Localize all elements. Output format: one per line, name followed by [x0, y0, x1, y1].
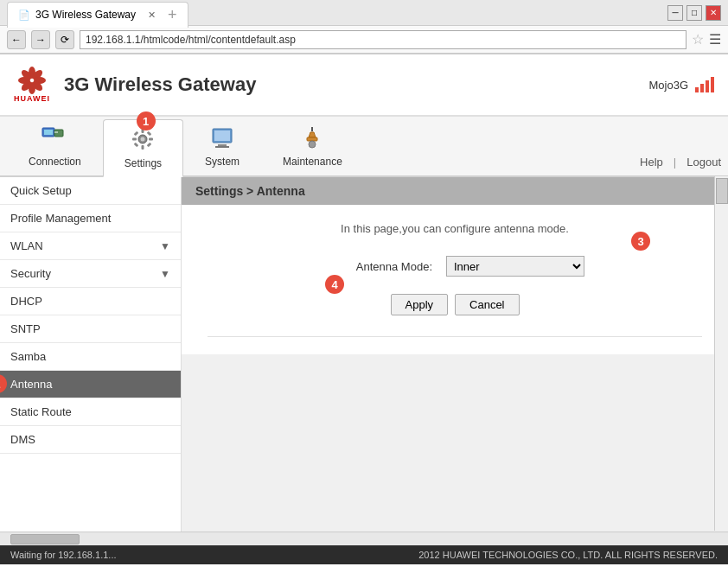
button-row: Apply Cancel 4: [208, 294, 702, 315]
tab-system-label: System: [205, 156, 239, 168]
sidebar-item-antenna[interactable]: Antenna 2: [0, 371, 181, 398]
tab-title: 3G Wireless Gateway: [35, 9, 136, 21]
content-description: In this page,you can configure antenna m…: [208, 222, 702, 235]
content-area: Settings > Antenna In this page,you can …: [182, 177, 728, 532]
menu-icon[interactable]: ☰: [709, 31, 721, 48]
bookmark-icon[interactable]: ☆: [692, 31, 704, 48]
svg-rect-20: [134, 143, 139, 148]
status-left: Waiting for 192.168.1.1...: [10, 550, 117, 560]
cancel-button[interactable]: Cancel: [455, 294, 519, 315]
content-breadcrumb: Settings > Antenna: [182, 177, 728, 205]
sidebar-item-samba[interactable]: Samba: [0, 343, 181, 371]
sidebar-item-profile-management[interactable]: Profile Management: [0, 205, 181, 232]
app-header: HUAWEI 3G Wireless Gateway Mojo3G: [0, 54, 728, 117]
annotation-2: 2: [0, 374, 7, 393]
sidebar-sntp-label: SNTP: [10, 322, 41, 335]
nav-tabs: Connection Settings 1: [0, 117, 728, 177]
sidebar-static-route-label: Static Route: [10, 405, 72, 418]
minimize-button[interactable]: ─: [667, 5, 683, 21]
user-info: Mojo3G: [648, 77, 714, 92]
svg-rect-26: [307, 137, 317, 141]
close-button[interactable]: ✕: [706, 5, 721, 21]
svg-rect-25: [215, 146, 229, 148]
content-body: In this page,you can configure antenna m…: [182, 205, 728, 354]
tab-maintenance-label: Maintenance: [283, 156, 342, 168]
tab-settings-label: Settings: [125, 157, 162, 169]
sidebar-quick-setup-label: Quick Setup: [10, 184, 72, 197]
scrollbar-track[interactable]: [714, 177, 728, 531]
back-button[interactable]: ←: [7, 30, 26, 49]
sidebar-item-dhcp[interactable]: DHCP: [0, 288, 181, 315]
tab-maintenance[interactable]: Maintenance: [261, 118, 364, 175]
app-title: 3G Wireless Gateway: [64, 73, 648, 96]
logout-link[interactable]: Logout: [686, 156, 721, 169]
sidebar-item-wlan[interactable]: WLAN ▼: [0, 232, 181, 260]
settings-icon: [131, 127, 155, 154]
sidebar: Quick Setup Profile Management WLAN ▼ Se…: [0, 177, 182, 532]
sidebar-dhcp-label: DHCP: [10, 295, 42, 308]
svg-rect-17: [149, 138, 153, 141]
maximize-button[interactable]: □: [686, 5, 702, 21]
maintenance-icon: [298, 125, 326, 152]
sidebar-samba-label: Samba: [10, 350, 46, 363]
connection-icon: [41, 123, 68, 152]
tab-close-button[interactable]: ✕: [148, 10, 156, 21]
signal-icon: [695, 77, 714, 92]
sidebar-dms-label: DMS: [10, 433, 35, 446]
svg-rect-10: [54, 130, 63, 137]
nav-actions: Help | Logout: [640, 156, 721, 175]
sidebar-item-static-route[interactable]: Static Route: [0, 398, 181, 426]
apply-button[interactable]: Apply: [391, 294, 449, 315]
sidebar-profile-label: Profile Management: [10, 212, 111, 225]
scrollbar-thumb[interactable]: [716, 178, 728, 204]
status-right: 2012 HUAWEI TECHNOLOGIES CO., LTD. ALL R…: [418, 550, 718, 560]
main-layout: Quick Setup Profile Management WLAN ▼ Se…: [0, 177, 728, 532]
huawei-logo: HUAWEI: [14, 67, 50, 103]
horizontal-scrollbar-thumb[interactable]: [10, 534, 80, 544]
title-bar: 📄 3G Wireless Gateway ✕ + ─ □ ✕: [0, 0, 728, 26]
tab-settings[interactable]: Settings 1: [103, 119, 183, 177]
sidebar-item-dms[interactable]: DMS: [0, 426, 181, 454]
new-tab-area: +: [168, 6, 177, 24]
help-link[interactable]: Help: [640, 156, 663, 169]
reload-button[interactable]: ⟳: [55, 30, 74, 49]
sidebar-item-quick-setup[interactable]: Quick Setup: [0, 177, 181, 205]
svg-rect-21: [147, 143, 152, 148]
svg-rect-16: [132, 138, 137, 141]
tab-system[interactable]: System: [183, 118, 261, 175]
browser-tab[interactable]: 📄 3G Wireless Gateway ✕ +: [7, 2, 188, 28]
svg-rect-15: [142, 145, 144, 150]
sidebar-security-label: Security: [10, 267, 51, 280]
annotation-3: 3: [631, 232, 650, 251]
antenna-mode-row: Antenna Mode: Inner Outer Auto 3: [208, 256, 702, 277]
antenna-mode-label: Antenna Mode:: [325, 260, 446, 273]
url-input[interactable]: [80, 30, 686, 49]
svg-rect-18: [134, 131, 139, 137]
sidebar-item-security[interactable]: Security ▼: [0, 260, 181, 288]
huawei-logo-text: HUAWEI: [14, 94, 50, 103]
svg-point-27: [309, 141, 316, 148]
svg-rect-19: [147, 131, 152, 137]
tab-connection[interactable]: Connection: [7, 115, 103, 175]
antenna-mode-select[interactable]: Inner Outer Auto: [446, 256, 584, 277]
tab-connection-label: Connection: [29, 156, 81, 168]
browser-chrome: 📄 3G Wireless Gateway ✕ + ─ □ ✕ ← → ⟳ ☆ …: [0, 0, 728, 54]
annotation-1: 1: [137, 111, 156, 131]
svg-rect-9: [44, 130, 53, 135]
system-icon: [209, 125, 235, 152]
svg-point-13: [141, 137, 145, 142]
sidebar-antenna-label: Antenna: [10, 378, 52, 391]
username-label: Mojo3G: [648, 79, 688, 92]
svg-rect-23: [214, 131, 230, 141]
annotation-4: 4: [325, 275, 344, 294]
tab-icon: 📄: [18, 10, 30, 21]
horizontal-scrollbar[interactable]: [0, 532, 728, 545]
status-bar: Waiting for 192.168.1.1... 2012 HUAWEI T…: [0, 545, 728, 564]
wlan-arrow-icon: ▼: [160, 240, 170, 252]
sidebar-item-sntp[interactable]: SNTP: [0, 315, 181, 343]
content-divider: [208, 336, 702, 337]
forward-button[interactable]: →: [31, 30, 50, 49]
window-controls: ─ □ ✕: [667, 5, 721, 21]
address-bar: ← → ⟳ ☆ ☰: [0, 26, 728, 54]
sidebar-wlan-label: WLAN: [10, 239, 43, 252]
